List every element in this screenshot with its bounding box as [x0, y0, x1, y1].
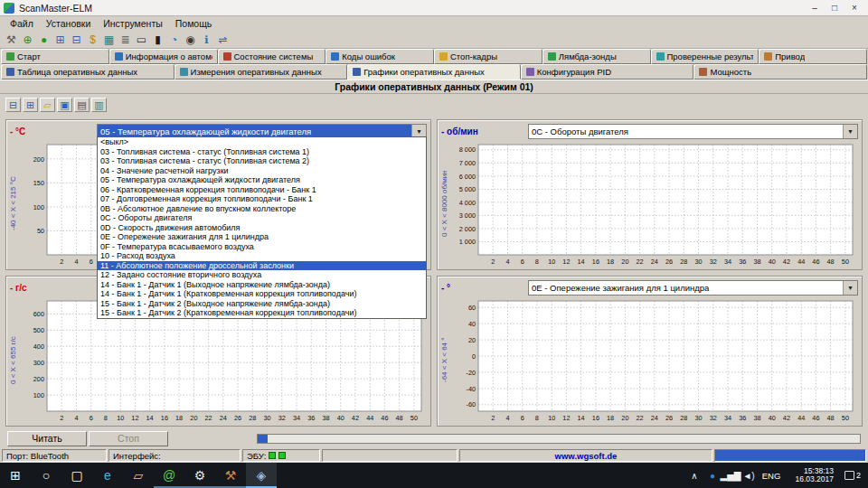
- menu-item[interactable]: Файл: [4, 18, 40, 29]
- sound-icon[interactable]: ◉: [183, 33, 198, 47]
- legend-toggle-icon[interactable]: ⊟: [5, 98, 21, 112]
- pid-option[interactable]: 0D - Скорость движения автомобиля: [98, 223, 426, 233]
- network-icon[interactable]: ▂▅▇: [722, 463, 740, 488]
- pid-option[interactable]: 03 - Топливная система - статус (Топливн…: [98, 147, 426, 157]
- menu-item[interactable]: Инструменты: [97, 18, 168, 29]
- minimize-button[interactable]: –: [805, 0, 825, 15]
- task-view-icon[interactable]: ▢: [61, 463, 92, 488]
- notes-icon[interactable]: ≣: [118, 33, 133, 47]
- money-icon[interactable]: $: [85, 33, 100, 47]
- pid-option[interactable]: 04 - Значение расчетной нагрузки: [98, 166, 426, 176]
- action-center-button[interactable]: 2: [837, 463, 868, 488]
- svg-text:7 000: 7 000: [459, 159, 476, 167]
- live-data-graphs-icon: [353, 68, 361, 76]
- pid-selector[interactable]: 0E - Опережение зажигания для 1 цилиндра…: [528, 280, 858, 296]
- axes-toggle-icon[interactable]: ⊞: [23, 98, 38, 112]
- explorer-icon[interactable]: ▱: [123, 463, 154, 488]
- scanmaster-app-icon[interactable]: ◈: [246, 463, 277, 488]
- svg-text:44: 44: [797, 414, 805, 422]
- pid-dropdown-list[interactable]: <выкл>03 - Топливная система - статус (Т…: [97, 136, 427, 319]
- edge-icon[interactable]: e: [92, 463, 123, 488]
- grid-icon[interactable]: ⊟: [69, 33, 84, 47]
- pid-option[interactable]: 15 - Банк 1 - Датчик 2 (Выходное напряже…: [98, 299, 426, 309]
- tab-item[interactable]: Проверенные результаты теста: [651, 49, 760, 64]
- tab-item[interactable]: Конфигурация PID: [521, 64, 694, 80]
- tools-app-icon[interactable]: ⚒: [215, 463, 246, 488]
- tray-chevron-icon[interactable]: ∧: [685, 463, 703, 488]
- print-icon[interactable]: ▤: [74, 98, 90, 112]
- usb-icon[interactable]: ⇌: [215, 33, 231, 47]
- pid-option[interactable]: 10 - Расход воздуха: [98, 251, 426, 261]
- pid-option[interactable]: 0E - Опережение зажигания для 1 цилиндра: [98, 232, 426, 242]
- mail-agent-icon[interactable]: @: [154, 463, 184, 488]
- pid-option[interactable]: 11 - Абсолютное положение дроссельной за…: [98, 261, 426, 271]
- svg-text:46: 46: [381, 414, 388, 422]
- export-icon[interactable]: ▥: [91, 98, 107, 112]
- start-button[interactable]: ⊞: [0, 463, 31, 488]
- pid-option[interactable]: 15 - Банк 1 - Датчик 2 (Кратковременная …: [98, 308, 426, 318]
- svg-text:200: 200: [33, 155, 44, 164]
- tab-item[interactable]: Коды ошибок: [326, 49, 434, 64]
- menu-item[interactable]: Помощь: [169, 18, 219, 29]
- close-button[interactable]: ×: [844, 0, 864, 15]
- search-icon[interactable]: ○: [31, 463, 61, 488]
- combo-arrow-icon[interactable]: ▼: [843, 125, 857, 138]
- tab-item[interactable]: Информация о автомобиле: [109, 49, 218, 64]
- bluetooth-icon[interactable]: ●: [703, 463, 722, 488]
- tab-item[interactable]: Таблица оперативных данных: [1, 64, 175, 80]
- maximize-button[interactable]: □: [825, 0, 844, 15]
- pid-option[interactable]: <выкл>: [98, 137, 426, 147]
- menu-item[interactable]: Установки: [40, 18, 97, 29]
- tab-item[interactable]: Лямбда-зонды: [542, 49, 651, 64]
- pid-option[interactable]: 12 - Задано состояние вторичного воздуха: [98, 270, 426, 280]
- svg-text:6: 6: [521, 414, 524, 422]
- open-folder-icon[interactable]: ▱: [40, 98, 55, 112]
- website-link[interactable]: www.wgsoft.de: [555, 451, 618, 461]
- language-indicator[interactable]: ENG: [758, 463, 785, 488]
- chart-icon[interactable]: ▦: [101, 33, 117, 47]
- taskbar-tray: ∧●▂▅▇◄) ENG 15:38:13 16.03.2017 2: [685, 463, 868, 488]
- pid-selector[interactable]: 0C - Обороты двигателя ▼: [528, 124, 858, 139]
- chart-range-label: -64 < X < 64 °: [439, 296, 451, 424]
- tab-item[interactable]: Стоп-кадры: [434, 49, 542, 64]
- volume-icon[interactable]: ◄): [740, 463, 758, 488]
- settings-gear-icon[interactable]: ⚙: [184, 463, 215, 488]
- svg-text:5 000: 5 000: [459, 185, 476, 193]
- gauge-icon[interactable]: ◔: [166, 33, 182, 47]
- pid-option[interactable]: 05 - Температура охлаждающей жидкости дв…: [98, 175, 426, 185]
- svg-text:20: 20: [621, 414, 628, 422]
- read-button[interactable]: Читать: [7, 431, 87, 446]
- pid-option[interactable]: 0B - Абсолютное давление во впускном кол…: [98, 204, 426, 214]
- svg-text:44: 44: [366, 414, 373, 422]
- pid-option[interactable]: 14 - Банк 1 - Датчик 1 (Кратковременная …: [98, 289, 426, 299]
- chart-unit-label: - г/с: [10, 283, 97, 293]
- save-icon[interactable]: ▣: [57, 98, 72, 112]
- combo-arrow-icon[interactable]: ▼: [843, 281, 857, 295]
- pid-option[interactable]: 03 - Топливная система - статус (Топливн…: [98, 156, 426, 166]
- svg-text:26: 26: [665, 414, 673, 422]
- connect-icon[interactable]: ●: [36, 33, 52, 47]
- svg-text:34: 34: [293, 414, 300, 422]
- monitor-icon[interactable]: ▭: [134, 33, 149, 47]
- pid-option[interactable]: 14 - Банк 1 - Датчик 1 (Выходное напряже…: [98, 280, 426, 290]
- info-icon[interactable]: ℹ: [199, 33, 214, 47]
- pid-option[interactable]: 06 - Кратковременная коррекция топливопо…: [98, 185, 426, 195]
- tab-item[interactable]: Графики оперативных данных: [347, 64, 521, 80]
- tab-item[interactable]: Старт: [1, 49, 109, 64]
- clock[interactable]: 15:38:13 16.03.2017: [785, 463, 837, 488]
- table-icon[interactable]: ⊞: [52, 33, 68, 47]
- globe-icon[interactable]: ⊕: [20, 33, 35, 47]
- pid-option[interactable]: 0C - Обороты двигателя: [98, 213, 426, 223]
- battery-icon[interactable]: ▮: [150, 33, 165, 47]
- tools-icon[interactable]: ⚒: [4, 33, 19, 47]
- tab-item[interactable]: Состояние системы: [218, 49, 326, 64]
- status-website: www.wgsoft.de: [459, 449, 712, 462]
- pid-option[interactable]: 0F - Температура всасываемого воздуха: [98, 242, 426, 252]
- tab-item[interactable]: Мощность: [693, 64, 867, 80]
- pid-option[interactable]: 07 - Долговременная коррекция топливопод…: [98, 194, 426, 204]
- tab-item[interactable]: Измерения оперативных данных: [175, 64, 348, 80]
- stop-button[interactable]: Стоп: [89, 431, 168, 446]
- svg-text:4: 4: [505, 258, 509, 266]
- actuator-icon: [764, 52, 772, 61]
- tab-item[interactable]: Привод: [759, 49, 867, 64]
